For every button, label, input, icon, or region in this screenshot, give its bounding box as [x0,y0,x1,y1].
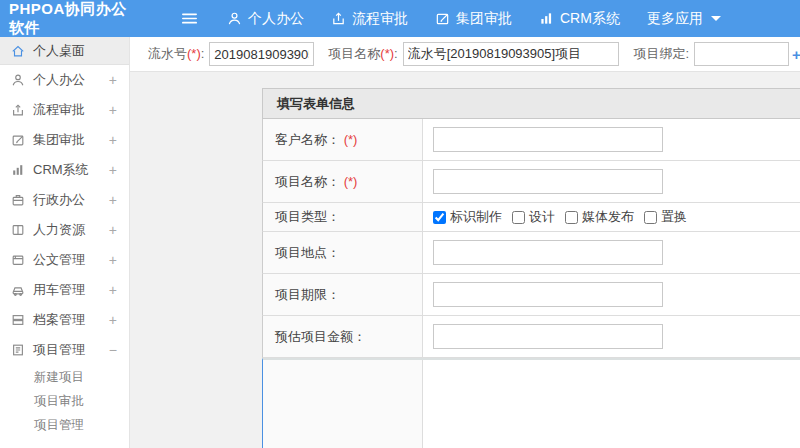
nav-label: 流程审批 [352,10,408,28]
nav-group-approval[interactable]: 集团审批 [435,10,512,28]
expand-icon[interactable]: + [109,103,117,117]
book-icon [11,223,25,237]
form-row-customer-name: 客户名称： (*) [262,119,800,161]
field-label: 客户名称： (*) [263,119,423,160]
sidebar: 个人桌面 个人办公 + 流程审批 + 集团审批 + CRM系统 + 行政办公 + [0,37,130,448]
app-logo: PHPOA协同办公软件 [0,0,130,38]
field-label: 前期接洽甲方意见： [263,360,423,448]
sidebar-item-label: 个人桌面 [33,42,85,60]
nav-label: 个人办公 [248,10,304,28]
sidebar-item-label: 人力资源 [33,221,85,239]
checkbox-media-release[interactable] [565,211,578,224]
expand-icon[interactable]: + [109,163,117,177]
sidebar-item-hr[interactable]: 人力资源 + [0,215,129,245]
expand-icon[interactable]: + [109,253,117,267]
customer-name-input[interactable] [433,127,663,152]
sidebar-item-archives[interactable]: 档案管理 + [0,305,129,335]
form-row-project-duration: 项目期限： [262,274,800,316]
home-icon [11,44,25,58]
caret-down-icon [711,16,721,21]
user-icon [11,73,25,87]
project-duration-input[interactable] [433,282,663,307]
checkbox-sign-making[interactable] [433,211,446,224]
record-toolbar: 流水号(*): 项目名称(*): 项目绑定: + [130,37,800,72]
hamburger-icon [182,11,197,26]
sidebar-item-desktop[interactable]: 个人桌面 [0,37,129,65]
field-label: 项目类型： [263,203,423,231]
form-panel: 填写表单信息 客户名称： (*) 项目名称： (*) 项目类型： 标识制作 [262,88,800,448]
preliminary-opinion-textarea[interactable] [423,360,800,448]
process-icon [11,103,25,117]
nav-personal-office[interactable]: 个人办公 [227,10,304,28]
project-type-options: 标识制作 设计 媒体发布 置换 [433,208,693,226]
edit-icon [11,133,25,147]
sidebar-subitem-project-approval[interactable]: 项目审批 [0,389,129,413]
sidebar-item-crm[interactable]: CRM系统 + [0,155,129,185]
sidebar-subitem-project-manage[interactable]: 项目管理 [0,413,129,437]
required-marker: (*) [187,46,201,61]
sidebar-item-personal-office[interactable]: 个人办公 + [0,65,129,95]
form-area: 填写表单信息 客户名称： (*) 项目名称： (*) 项目类型： 标识制作 [130,72,800,448]
nav-label: 更多应用 [647,10,703,28]
menu-toggle-button[interactable] [182,11,197,26]
project-location-input[interactable] [433,240,663,265]
project-name-field[interactable] [433,169,663,194]
project-bind-group: 项目绑定: + [633,42,800,66]
form-panel-title: 填写表单信息 [262,89,800,119]
sidebar-item-projects[interactable]: 项目管理 − [0,335,129,365]
field-label: 项目名称： (*) [263,161,423,202]
expand-icon[interactable]: + [109,73,117,87]
expand-icon[interactable]: + [109,283,117,297]
expand-icon[interactable]: + [109,223,117,237]
project-name-label: 项目名称(*): [328,45,397,63]
form-row-project-location: 项目地点： [262,232,800,274]
chart-icon [539,11,554,26]
project-budget-input[interactable] [433,324,663,349]
expand-icon[interactable]: + [109,133,117,147]
user-icon [227,11,242,26]
sidebar-item-label: 个人办公 [33,71,85,89]
project-icon [11,343,25,357]
expand-icon[interactable]: + [109,313,117,327]
checkbox-label[interactable]: 标识制作 [450,208,502,226]
project-name-input[interactable] [403,42,620,66]
topbar: PHPOA协同办公软件 个人办公 流程审批 集团审批 [0,0,800,37]
sidebar-item-process-approval[interactable]: 流程审批 + [0,95,129,125]
sidebar-item-label: 档案管理 [33,311,85,329]
project-bind-label: 项目绑定: [633,45,689,63]
sidebar-subitem-new-project[interactable]: 新建项目 [0,365,129,389]
car-icon [11,283,25,297]
nav-more-apps[interactable]: 更多应用 [647,10,721,28]
collapse-icon[interactable]: − [109,343,117,357]
field-label: 预估项目金额： [263,316,423,357]
top-navigation: 个人办公 流程审批 集团审批 CRM系统 更多应用 [227,10,721,28]
sidebar-item-label: CRM系统 [33,161,89,179]
form-row-project-name: 项目名称： (*) [262,161,800,203]
sidebar-item-documents[interactable]: 公文管理 + [0,245,129,275]
project-bind-input[interactable] [694,42,789,66]
serial-number-input[interactable] [209,42,314,66]
nav-crm-system[interactable]: CRM系统 [539,10,620,28]
serial-number-label: 流水号(*): [148,45,204,63]
main-content: 流水号(*): 项目名称(*): 项目绑定: + 填写表单信息 客户名称： (*… [130,37,800,448]
nav-label: 集团审批 [456,10,512,28]
expand-icon[interactable]: + [109,193,117,207]
sidebar-item-vehicles[interactable]: 用车管理 + [0,275,129,305]
process-icon [331,11,346,26]
sidebar-item-group-approval[interactable]: 集团审批 + [0,125,129,155]
checkbox-label[interactable]: 置换 [661,208,687,226]
sidebar-item-label: 流程审批 [33,101,85,119]
add-bind-button[interactable]: + [792,46,800,63]
checkbox-exchange[interactable] [644,211,657,224]
sidebar-item-label: 公文管理 [33,251,85,269]
document-icon [11,253,25,267]
sidebar-item-admin-office[interactable]: 行政办公 + [0,185,129,215]
field-label: 项目地点： [263,232,423,273]
sidebar-item-label: 行政办公 [33,191,85,209]
briefcase-icon [11,193,25,207]
checkbox-label[interactable]: 设计 [529,208,555,226]
chart-icon [11,163,25,177]
checkbox-design[interactable] [512,211,525,224]
checkbox-label[interactable]: 媒体发布 [582,208,634,226]
nav-process-approval[interactable]: 流程审批 [331,10,408,28]
